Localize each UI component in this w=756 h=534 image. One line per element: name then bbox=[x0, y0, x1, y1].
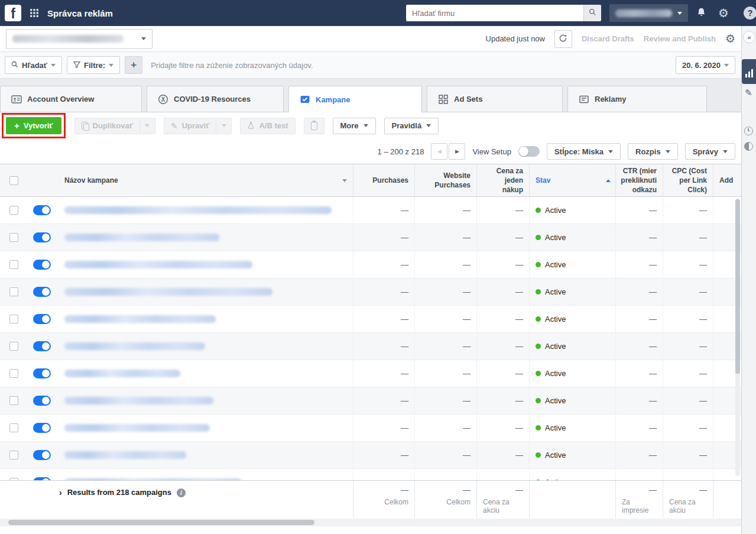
campaign-active-toggle[interactable] bbox=[33, 314, 51, 324]
results-summary[interactable]: › Results from 218 campaigns i bbox=[0, 481, 353, 519]
tab-covid-resources[interactable]: COVID-19 Resources bbox=[147, 86, 284, 112]
search-submit-button[interactable] bbox=[583, 5, 601, 21]
tab-ad-sets[interactable]: Ad Sets bbox=[427, 86, 563, 112]
column-header-name[interactable]: Názov kampane bbox=[56, 164, 353, 196]
edit-pencil-icon[interactable]: ✎ bbox=[745, 88, 752, 97]
campaign-toolbar: + Vytvoriť Duplikovať ✎ Upraviť A/B test bbox=[0, 112, 741, 139]
row-checkbox[interactable] bbox=[9, 342, 18, 351]
next-page-button[interactable]: ▶ bbox=[449, 143, 465, 160]
rules-button[interactable]: Pravidlá bbox=[384, 118, 439, 134]
campaign-active-toggle[interactable] bbox=[33, 260, 51, 270]
column-header-status[interactable]: Stav bbox=[529, 164, 615, 196]
campaign-name-cell[interactable] bbox=[56, 224, 353, 251]
filters-button[interactable]: Filtre: bbox=[67, 56, 120, 74]
row-checkbox[interactable] bbox=[9, 260, 18, 269]
refresh-button[interactable] bbox=[554, 30, 572, 48]
purchases-value: — bbox=[353, 197, 414, 224]
status-label: Active bbox=[545, 369, 566, 378]
settings-gear-icon[interactable]: ⚙ bbox=[718, 7, 729, 19]
column-header-cost-per-purchase[interactable]: Cena za jeden nákup bbox=[476, 164, 529, 196]
info-icon[interactable]: i bbox=[177, 488, 186, 497]
row-checkbox[interactable] bbox=[9, 315, 18, 323]
column-header-label: Stav bbox=[536, 176, 550, 185]
ad-account-selector[interactable] bbox=[6, 29, 153, 49]
duplicate-dropdown-button[interactable] bbox=[140, 118, 155, 134]
column-header-purchases[interactable]: Purchases bbox=[353, 164, 414, 196]
more-button[interactable]: More bbox=[333, 118, 376, 134]
performance-chart-icon[interactable] bbox=[742, 59, 756, 84]
campaign-active-toggle[interactable] bbox=[33, 423, 51, 433]
previous-page-button[interactable]: ◀ bbox=[431, 143, 447, 160]
column-header-extra[interactable]: Add bbox=[713, 164, 741, 196]
table-row: — — — Active — — bbox=[0, 442, 741, 469]
apps-grid-icon[interactable] bbox=[30, 8, 39, 18]
columns-button[interactable]: Stĺpce: Miska bbox=[547, 143, 621, 160]
campaign-name-cell[interactable] bbox=[56, 279, 353, 305]
campaign-name-cell[interactable] bbox=[56, 415, 353, 441]
tabs-band: Account Overview COVID-19 Resources Kamp… bbox=[0, 79, 741, 112]
campaign-name-cell[interactable] bbox=[56, 306, 353, 332]
horizontal-scrollbar-thumb[interactable] bbox=[8, 520, 314, 525]
column-header-cpc[interactable]: CPC (Cost per Link Click) bbox=[663, 164, 713, 196]
active-status-dot bbox=[536, 452, 541, 458]
campaign-active-toggle[interactable] bbox=[33, 205, 51, 215]
campaign-active-toggle[interactable] bbox=[33, 396, 51, 406]
campaign-name-cell[interactable] bbox=[56, 442, 353, 468]
campaign-name-cell[interactable] bbox=[56, 197, 353, 224]
campaign-active-toggle[interactable] bbox=[33, 232, 51, 242]
tab-campaigns[interactable]: Kampane bbox=[288, 86, 422, 112]
review-publish-button[interactable]: Review and Publish bbox=[644, 34, 716, 43]
facebook-logo[interactable]: f bbox=[5, 5, 21, 21]
campaign-active-toggle[interactable] bbox=[33, 287, 51, 297]
duplicate-button[interactable]: Duplikovať bbox=[74, 118, 140, 134]
row-checkbox[interactable] bbox=[9, 451, 18, 459]
settings-gear-icon[interactable]: ⚙ bbox=[725, 33, 735, 44]
select-all-checkbox[interactable] bbox=[9, 176, 18, 185]
website-purchases-value: — bbox=[414, 333, 476, 360]
ab-test-button[interactable]: A/B test bbox=[240, 118, 295, 134]
campaign-name-cell[interactable] bbox=[56, 469, 353, 480]
row-checkbox[interactable] bbox=[9, 287, 18, 296]
campaign-name-cell[interactable] bbox=[56, 333, 353, 360]
chart-bar bbox=[748, 72, 750, 77]
status-label: Active bbox=[545, 396, 566, 405]
campaign-active-toggle[interactable] bbox=[33, 368, 51, 378]
row-checkbox[interactable] bbox=[9, 396, 18, 405]
discard-drafts-button[interactable]: Discard Drafts bbox=[582, 34, 634, 43]
campaign-active-toggle[interactable] bbox=[33, 450, 51, 460]
campaign-name-cell[interactable] bbox=[56, 251, 353, 278]
view-setup-toggle[interactable] bbox=[518, 146, 540, 157]
row-checkbox[interactable] bbox=[9, 206, 18, 215]
column-header-ctr[interactable]: CTR (mier prekliknuti odkazu bbox=[615, 164, 663, 196]
tab-account-overview[interactable]: Account Overview bbox=[0, 86, 142, 112]
search-filter-button[interactable]: Hľadať bbox=[5, 56, 62, 74]
campaign-name-cell[interactable] bbox=[56, 360, 353, 387]
row-checkbox[interactable] bbox=[9, 233, 18, 242]
account-menu[interactable] bbox=[609, 4, 688, 22]
vertical-scrollbar-thumb[interactable] bbox=[735, 199, 740, 374]
collapse-panel-icon[interactable]: « bbox=[743, 31, 755, 43]
horizontal-scrollbar[interactable] bbox=[0, 519, 741, 526]
campaign-active-toggle[interactable] bbox=[33, 341, 51, 351]
edit-button[interactable]: ✎ Upraviť bbox=[164, 118, 216, 134]
reports-button[interactable]: Správy bbox=[685, 143, 735, 160]
help-icon[interactable]: ? bbox=[744, 7, 756, 20]
create-button[interactable]: + Vytvoriť bbox=[6, 117, 61, 134]
breakdown-button[interactable]: Rozpis bbox=[628, 143, 678, 160]
history-clock-icon[interactable] bbox=[744, 127, 753, 135]
edit-dropdown-button[interactable] bbox=[216, 118, 232, 134]
total-label: Celkom bbox=[384, 498, 408, 506]
column-header-website-purchases[interactable]: Website Purchases bbox=[414, 164, 476, 196]
contrast-circle-icon[interactable] bbox=[744, 142, 753, 151]
row-checkbox[interactable] bbox=[9, 423, 18, 432]
vertical-scrollbar[interactable] bbox=[735, 198, 740, 476]
tab-ads[interactable]: Reklamy bbox=[567, 86, 707, 112]
notifications-bell-icon[interactable] bbox=[696, 7, 706, 19]
add-filter-button[interactable]: + bbox=[125, 56, 142, 74]
campaign-name-cell[interactable] bbox=[56, 387, 353, 414]
business-search-input[interactable] bbox=[406, 5, 583, 21]
clipboard-button[interactable] bbox=[304, 118, 325, 134]
date-range-button[interactable]: 20. 6. 2020 bbox=[676, 56, 735, 74]
pencil-icon: ✎ bbox=[171, 122, 178, 130]
row-checkbox[interactable] bbox=[9, 369, 18, 378]
